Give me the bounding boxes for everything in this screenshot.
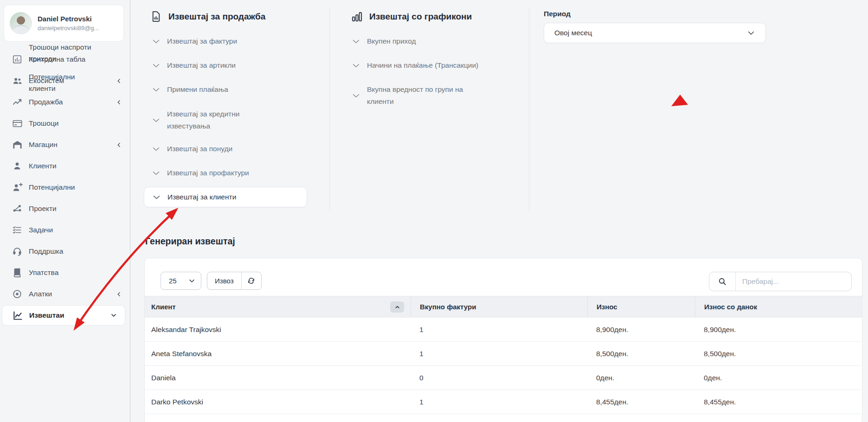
report-item-received-payments[interactable]: Примени плаќања bbox=[152, 83, 228, 96]
period-select[interactable]: Овој месец bbox=[544, 23, 766, 43]
bar-chart-icon bbox=[351, 10, 363, 23]
cell-client: Daniela bbox=[145, 374, 411, 382]
table-row[interactable]: Dari 1 10,400ден. 10,400ден. bbox=[145, 414, 862, 422]
network-icon bbox=[12, 203, 23, 214]
report-item-invoices[interactable]: Извештај за фактури bbox=[152, 35, 237, 47]
chevron-left-icon bbox=[116, 99, 122, 106]
cell-amount: 0ден. bbox=[587, 374, 695, 382]
chevron-down-icon bbox=[110, 312, 117, 319]
sidebar: Daniel Petrovski danielpetrovski89@g... … bbox=[0, 0, 130, 422]
report-item-offers[interactable]: Извештај за понуди bbox=[152, 143, 232, 155]
chevron-down-icon bbox=[747, 29, 755, 37]
sidebar-item-label: Задачи bbox=[29, 226, 53, 234]
sidebar-item-label: Извештаи bbox=[29, 311, 64, 320]
report-item-total-revenue[interactable]: Вкупен приход bbox=[352, 35, 416, 47]
credit-card-icon bbox=[12, 118, 23, 129]
cell-total-invoices: 1 bbox=[411, 350, 587, 358]
sidebar-item-label: Потенцијални bbox=[29, 183, 75, 192]
sidebar-item-label: Екосистем bbox=[29, 77, 64, 85]
cell-amount: 8,500ден. bbox=[587, 350, 695, 358]
search-icon[interactable] bbox=[709, 272, 736, 291]
sidebar-item-label: Магацин bbox=[29, 141, 58, 149]
generated-report-title: Генериран извештај bbox=[145, 236, 235, 247]
report-item-clients-selected[interactable]: Извештај за клиенти bbox=[144, 187, 307, 207]
cell-amount-with-tax: 8,455ден. bbox=[695, 398, 862, 406]
chart-reports-header: Извештај со графикони bbox=[351, 10, 472, 23]
annotation-triangle bbox=[671, 95, 688, 106]
column-header-amount[interactable]: Износ bbox=[587, 296, 695, 317]
cell-total-invoices: 0 bbox=[411, 374, 587, 382]
chart-reports-title: Извештај со графикони bbox=[369, 12, 472, 22]
user-card[interactable]: Daniel Petrovski danielpetrovski89@g... bbox=[4, 5, 124, 42]
chevron-down-icon bbox=[152, 145, 161, 153]
sidebar-item-guides[interactable]: Упатства bbox=[0, 262, 130, 283]
table-row[interactable]: Aneta Stefanovska 1 8,500ден. 8,500ден. bbox=[145, 341, 862, 365]
refresh-icon bbox=[247, 277, 255, 285]
sidebar-item-reports[interactable]: Извештаи bbox=[2, 305, 125, 326]
sidebar-item-tools[interactable]: Алатки bbox=[0, 283, 130, 305]
sidebar-item-warehouse[interactable]: Магацин bbox=[0, 134, 130, 155]
sidebar-item-tasks[interactable]: Задачи bbox=[0, 219, 130, 241]
sidebar-item-leads[interactable]: Потенцијални bbox=[0, 177, 130, 198]
chevron-down-icon bbox=[152, 116, 161, 125]
sort-ascending-button[interactable] bbox=[390, 301, 404, 313]
table-row[interactable]: Darko Petkovski 1 8,455ден. 8,455ден. bbox=[145, 390, 862, 414]
report-item-proforma[interactable]: Извештај за профактури bbox=[152, 167, 249, 179]
sidebar-item-clients[interactable]: Клиенти bbox=[0, 155, 130, 177]
line-chart-icon bbox=[12, 310, 23, 321]
table-header-row: Клиент Вкупно фактури Износ Износ со дан… bbox=[145, 296, 862, 317]
sidebar-item-label: Алатки bbox=[29, 290, 52, 298]
cell-amount: 8,455ден. bbox=[587, 398, 695, 406]
sidebar-item-dashboard[interactable]: Контролна табла bbox=[0, 49, 130, 70]
report-item-payment-methods[interactable]: Начини на плаќање (Трансакции) bbox=[352, 59, 478, 71]
cell-amount-with-tax: 8,900ден. bbox=[695, 326, 862, 334]
generated-report-card: 25 Извоз Клиент bbox=[144, 258, 862, 422]
user-name: Daniel Petrovski bbox=[38, 15, 99, 23]
avatar bbox=[10, 12, 32, 34]
column-divider bbox=[529, 7, 529, 211]
chevron-down-icon bbox=[152, 61, 161, 70]
target-icon bbox=[12, 288, 23, 300]
sidebar-item-projects[interactable]: Проекти bbox=[0, 198, 130, 219]
column-header-amount-with-tax[interactable]: Износ со данок bbox=[695, 296, 862, 317]
cell-client: Darko Petkovski bbox=[145, 398, 411, 406]
chevron-left-icon bbox=[116, 141, 122, 148]
chevron-down-icon bbox=[152, 37, 161, 46]
sales-reports-title: Извештај за продажба bbox=[168, 12, 265, 22]
report-item-credit-notes[interactable]: Извештај за кредитни известувања bbox=[152, 108, 248, 132]
table-row[interactable]: Daniela 0 0ден. 0ден. bbox=[145, 365, 862, 390]
cell-client: Aleksandar Trajkovski bbox=[145, 326, 411, 334]
user-icon bbox=[12, 160, 23, 172]
column-header-total-invoices[interactable]: Вкупно фактури bbox=[411, 296, 587, 317]
period-value: Овој месец bbox=[554, 29, 592, 37]
report-item-value-by-client-groups[interactable]: Вкупна вредност по групи на клиенти bbox=[352, 83, 483, 108]
search-input[interactable] bbox=[736, 277, 851, 286]
tasks-icon bbox=[12, 224, 23, 236]
column-header-client[interactable]: Клиент bbox=[145, 296, 411, 317]
report-table: Клиент Вкупно фактури Износ Износ со дан… bbox=[145, 296, 862, 422]
chevron-down-icon bbox=[188, 277, 195, 284]
sidebar-item-sales[interactable]: Продажба bbox=[0, 91, 130, 113]
sidebar-item-label: Упатства bbox=[29, 269, 58, 277]
chevron-down-icon bbox=[352, 37, 360, 46]
sidebar-item-label: Контролна табла bbox=[29, 55, 85, 64]
cell-client: Aneta Stefanovska bbox=[145, 350, 411, 358]
search-box bbox=[709, 272, 852, 291]
refresh-button[interactable] bbox=[242, 272, 261, 289]
trending-up-icon bbox=[12, 96, 23, 108]
page-size-select[interactable]: 25 bbox=[161, 272, 201, 290]
report-item-articles[interactable]: Извештај за артикли bbox=[152, 59, 236, 71]
column-divider bbox=[329, 7, 330, 211]
users-icon bbox=[12, 75, 23, 86]
table-row[interactable]: Aleksandar Trajkovski 1 8,900ден. 8,900д… bbox=[145, 317, 862, 341]
sidebar-item-label: Продажба bbox=[29, 98, 63, 106]
chevron-left-icon bbox=[116, 77, 122, 84]
file-chart-icon bbox=[150, 10, 162, 23]
sidebar-item-expenses[interactable]: Трошоци bbox=[0, 113, 130, 134]
export-button[interactable]: Извоз bbox=[207, 272, 242, 289]
period-label: Период bbox=[544, 10, 571, 18]
cell-amount-with-tax: 8,500ден. bbox=[695, 350, 862, 358]
warehouse-icon bbox=[12, 139, 23, 150]
sidebar-item-ecosystem[interactable]: Екосистем bbox=[0, 70, 130, 91]
sidebar-item-support[interactable]: Поддршка bbox=[0, 241, 130, 262]
